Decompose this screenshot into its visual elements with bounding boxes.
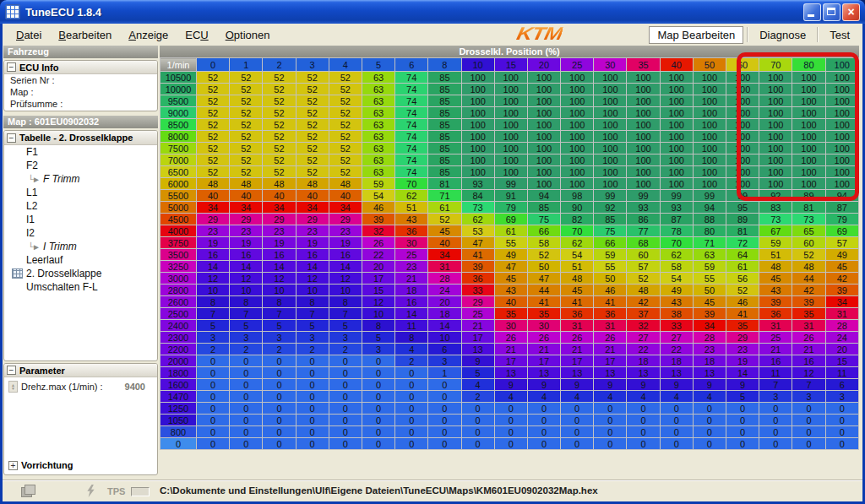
map-cell[interactable]: 0 xyxy=(792,415,825,426)
map-cell[interactable]: 8 xyxy=(230,296,263,308)
map-cell[interactable]: 8 xyxy=(263,296,296,308)
map-cell[interactable]: 5 xyxy=(461,367,494,379)
map-cell[interactable]: 100 xyxy=(461,166,494,178)
map-cell[interactable]: 34 xyxy=(428,249,461,261)
map-cell[interactable]: 43 xyxy=(494,285,527,296)
tree-item-f-trimm[interactable]: └►F Trimm xyxy=(4,172,157,186)
map-cell[interactable]: 20 xyxy=(428,296,461,308)
map-cell[interactable]: 100 xyxy=(693,72,726,84)
map-cell[interactable]: 41 xyxy=(726,308,759,320)
map-cell[interactable]: 52 xyxy=(296,131,329,143)
map-cell[interactable]: 100 xyxy=(527,131,560,143)
spinner-icon[interactable]: ▲▼ xyxy=(8,381,18,393)
map-cell[interactable]: 49 xyxy=(660,285,693,296)
map-cell[interactable]: 7 xyxy=(792,379,825,391)
map-cell[interactable]: 73 xyxy=(759,214,792,225)
map-cell[interactable]: 100 xyxy=(660,143,693,154)
map-cell[interactable]: 7 xyxy=(263,308,296,320)
map-cell[interactable]: 21 xyxy=(594,344,627,355)
map-cell[interactable]: 49 xyxy=(825,249,858,261)
map-cell[interactable]: 30 xyxy=(395,237,428,249)
map-cell[interactable]: 9 xyxy=(693,379,726,391)
map-cell[interactable]: 56 xyxy=(726,273,759,285)
map-cell[interactable]: 10 xyxy=(296,285,329,296)
map-cell[interactable]: 10 xyxy=(329,285,362,296)
map-cell[interactable]: 52 xyxy=(296,84,329,95)
map-cell[interactable]: 13 xyxy=(627,367,660,379)
map-cell[interactable]: 0 xyxy=(362,367,394,379)
map-cell[interactable]: 32 xyxy=(627,320,660,332)
map-cell[interactable]: 47 xyxy=(494,261,527,273)
map-cell[interactable]: 21 xyxy=(561,344,594,355)
map-cell[interactable]: 16 xyxy=(197,249,230,261)
map-cell[interactable]: 63 xyxy=(362,107,394,119)
map-cell[interactable]: 52 xyxy=(527,249,560,261)
map-cell[interactable]: 0 xyxy=(296,426,329,438)
map-cell[interactable]: 54 xyxy=(362,190,394,202)
map-cell[interactable]: 45 xyxy=(759,273,792,285)
map-cell[interactable]: 84 xyxy=(461,190,494,202)
map-cell[interactable]: 46 xyxy=(362,202,394,214)
map-cell[interactable]: 52 xyxy=(230,131,263,143)
map-cell[interactable]: 100 xyxy=(461,84,494,95)
map-cell[interactable]: 100 xyxy=(594,143,627,154)
map-cell[interactable]: 100 xyxy=(660,166,693,178)
map-cell[interactable]: 63 xyxy=(362,143,394,154)
map-cell[interactable]: 0 xyxy=(329,438,362,450)
map-cell[interactable]: 100 xyxy=(693,95,726,107)
map-cell[interactable]: 9 xyxy=(726,379,759,391)
map-cell[interactable]: 0 xyxy=(230,355,263,367)
map-cell[interactable]: 13 xyxy=(594,367,627,379)
map-cell[interactable]: 69 xyxy=(825,225,858,237)
map-cell[interactable]: 4 xyxy=(561,391,594,403)
map-cell[interactable]: 59 xyxy=(362,178,394,190)
map-cell[interactable]: 100 xyxy=(594,166,627,178)
map-cell[interactable]: 35 xyxy=(527,308,560,320)
map-cell[interactable]: 100 xyxy=(561,84,594,95)
map-cell[interactable]: 100 xyxy=(527,72,560,84)
map-cell[interactable]: 52 xyxy=(230,107,263,119)
map-cell[interactable]: 5 xyxy=(263,320,296,332)
map-cell[interactable]: 100 xyxy=(594,72,627,84)
map-cell[interactable]: 81 xyxy=(726,225,759,237)
map-cell[interactable]: 2 xyxy=(230,344,263,355)
map-cell[interactable]: 0 xyxy=(527,438,560,450)
map-cell[interactable]: 100 xyxy=(660,84,693,95)
map-cell[interactable]: 48 xyxy=(627,285,660,296)
map-cell[interactable]: 9 xyxy=(561,379,594,391)
map-cell[interactable]: 0 xyxy=(792,438,825,450)
map-cell[interactable]: 51 xyxy=(395,202,428,214)
map-cell[interactable]: 18 xyxy=(693,355,726,367)
map-cell[interactable]: 73 xyxy=(461,202,494,214)
map-cell[interactable]: 0 xyxy=(197,391,230,403)
map-cell[interactable]: 52 xyxy=(296,166,329,178)
map-cell[interactable]: 7 xyxy=(197,308,230,320)
map-cell[interactable]: 0 xyxy=(395,426,428,438)
map-cell[interactable]: 2 xyxy=(395,355,428,367)
map-cell[interactable]: 21 xyxy=(461,320,494,332)
map-cell[interactable]: 39 xyxy=(461,261,494,273)
map-cell[interactable]: 52 xyxy=(263,84,296,95)
map-cell[interactable]: 3 xyxy=(428,355,461,367)
map-cell[interactable]: 81 xyxy=(792,202,825,214)
map-cell[interactable]: 100 xyxy=(461,95,494,107)
map-cell[interactable]: 0 xyxy=(792,403,825,415)
map-cell[interactable]: 0 xyxy=(428,403,461,415)
map-cell[interactable]: 21 xyxy=(494,344,527,355)
map-cell[interactable]: 85 xyxy=(428,131,461,143)
map-cell[interactable]: 50 xyxy=(693,285,726,296)
tab-diagnose[interactable]: Diagnose xyxy=(752,27,813,43)
map-cell[interactable]: 0 xyxy=(362,426,394,438)
map-cell[interactable]: 55 xyxy=(494,237,527,249)
map-cell[interactable]: 52 xyxy=(263,95,296,107)
map-cell[interactable]: 23 xyxy=(230,225,263,237)
map-cell[interactable]: 0 xyxy=(230,403,263,415)
map-cell[interactable]: 40 xyxy=(263,190,296,202)
map-cell[interactable]: 41 xyxy=(561,296,594,308)
map-cell[interactable]: 40 xyxy=(296,190,329,202)
map-cell[interactable]: 0 xyxy=(461,438,494,450)
map-cell[interactable]: 52 xyxy=(263,166,296,178)
map-cell[interactable]: 7 xyxy=(230,308,263,320)
map-cell[interactable]: 95 xyxy=(726,202,759,214)
map-cell[interactable]: 0 xyxy=(726,426,759,438)
